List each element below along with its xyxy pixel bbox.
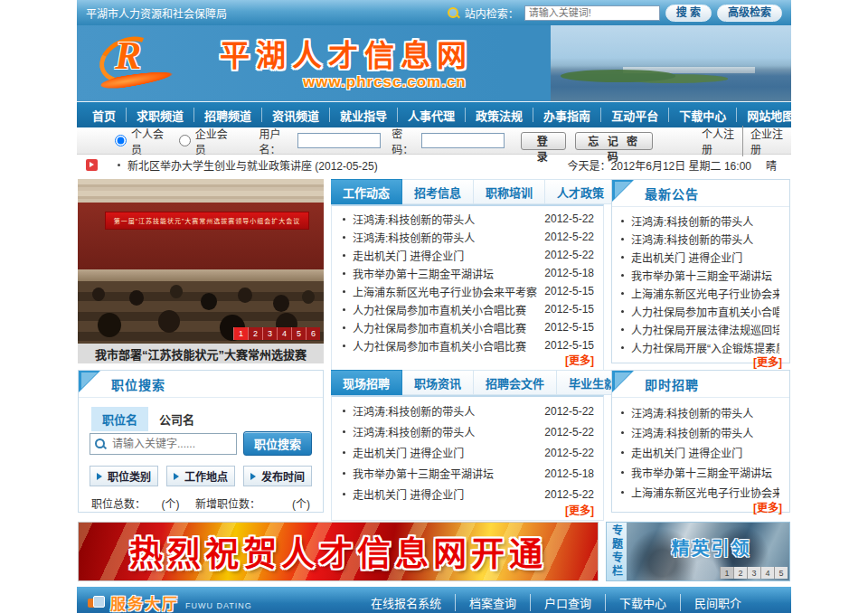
nav-link[interactable]: 招聘频道 (204, 107, 251, 124)
service-link[interactable]: 民间职介 (681, 594, 755, 611)
site-logo-icon[interactable]: R (99, 34, 212, 90)
photo-page-button[interactable]: 5 (291, 327, 306, 340)
nav-link[interactable]: 政策法规 (476, 107, 523, 124)
announcements-header: 最新公告 (612, 180, 789, 207)
news1-more-link[interactable]: [更多] (341, 354, 594, 368)
news1-tab[interactable]: 职称培训 (474, 179, 545, 204)
news-link[interactable]: 走出机关门 进得企业门 (353, 445, 464, 460)
username-field[interactable] (297, 133, 381, 148)
nav-link[interactable]: 办事指南 (543, 107, 590, 124)
instant-job-link[interactable]: 走出机关门 进得企业门 (631, 445, 742, 460)
photo-page-button[interactable]: 2 (248, 327, 262, 340)
news-link[interactable]: 上海浦东新区光电子行业协会来平考察 (353, 284, 537, 299)
topic-page-button[interactable]: 1 (720, 567, 733, 579)
announcement-item: 汪鸿涛:科技创新的带头人 (619, 212, 782, 230)
photo-caption[interactable]: 我市部署“江苏技能状元”大赛常州选拔赛 (78, 344, 324, 363)
ticker-arrow-icon[interactable] (86, 159, 98, 171)
announcement-link[interactable]: 人力社保局开展“入企锻炼提素质” (631, 340, 779, 355)
job-search-tab[interactable]: 公司名 (148, 407, 205, 431)
photo-page-button[interactable]: 1 (233, 327, 248, 340)
news1-tab[interactable]: 招考信息 (402, 179, 474, 204)
service-link[interactable]: 户口查询 (531, 594, 606, 611)
announcement-link[interactable]: 上海浦东新区光电子行业协会来平考 (631, 286, 779, 301)
news2-tab[interactable]: 职场资讯 (402, 370, 474, 395)
instant-job-link[interactable]: 我市举办第十三期金平湖讲坛 (631, 465, 772, 480)
nav-link[interactable]: 就业指导 (340, 107, 387, 124)
instant-job-link[interactable]: 上海浦东新区光电子行业协会来平考 (631, 485, 779, 500)
nav-link[interactable]: 资讯频道 (272, 107, 319, 124)
service-link[interactable]: 在线报名系统 (357, 594, 456, 611)
news-link[interactable]: 汪鸿涛:科技创新的带头人 (353, 212, 475, 227)
news1-tab[interactable]: 人才政策 (545, 179, 617, 204)
news-link[interactable]: 汪鸿涛:科技创新的带头人 (353, 424, 475, 439)
announcements-more-link[interactable]: [更多] (619, 356, 782, 370)
site-search-input[interactable] (524, 5, 660, 21)
topic-banner[interactable]: 专题专栏 精英引领 1 2 3 4 5 (606, 522, 790, 581)
nav-link[interactable]: 互动平台 (611, 107, 658, 124)
topic-banner-photo[interactable]: 精英引领 1 2 3 4 5 (627, 523, 789, 580)
celebration-banner[interactable]: 热烈祝贺人才信息网开通 (78, 522, 599, 581)
announcement-link[interactable]: 汪鸿涛:科技创新的带头人 (631, 213, 753, 229)
keyword-input[interactable] (90, 433, 237, 455)
conference-photo[interactable]: 第一届“江苏技能状元”大赛常州选拔赛领导小组会扩大会议 (78, 179, 324, 344)
company-register-link[interactable]: 企业注册 (743, 126, 791, 156)
news2-more-link[interactable]: [更多] (341, 505, 594, 518)
password-field[interactable] (421, 133, 505, 148)
news-link[interactable]: 人力社保局参加市直机关小合唱比赛 (353, 338, 526, 354)
news-link[interactable]: 人力社保局参加市直机关小合唱比赛 (353, 320, 526, 335)
photo-page-button[interactable]: 4 (277, 327, 291, 340)
nav-link[interactable]: 下载中心 (679, 107, 726, 124)
announcement-link[interactable]: 人力社保局开展法律法规巡回培训 (631, 322, 779, 337)
service-link[interactable]: 下载中心 (606, 594, 681, 611)
login-button[interactable]: 登 录 (521, 132, 566, 150)
instant-job-link[interactable]: 汪鸿涛:科技创新的带头人 (631, 425, 753, 440)
job-search-button[interactable]: 职位搜索 (243, 431, 312, 456)
topic-page-button[interactable]: 3 (747, 567, 760, 579)
photo-page-button[interactable]: 6 (306, 327, 320, 340)
instant-job-link[interactable]: 汪鸿涛:科技创新的带头人 (631, 405, 753, 420)
filter-button[interactable]: 职位类别 (90, 466, 158, 486)
nav-link[interactable]: 求职频道 (137, 107, 184, 124)
job-search-tab[interactable]: 职位名 (91, 407, 148, 431)
search-button[interactable]: 搜 索 (665, 5, 712, 22)
news-link[interactable]: 人力社保局参加市直机关小合唱比赛 (353, 302, 526, 317)
filter-button[interactable]: 工作地点 (166, 466, 235, 486)
nav-link[interactable]: 人事代理 (408, 107, 455, 124)
news1-tab[interactable]: 工作动态 (331, 179, 402, 204)
news-link[interactable]: 汪鸿涛:科技创新的带头人 (353, 403, 475, 419)
company-member-option[interactable]: 企业会员 (179, 126, 229, 156)
nav-link[interactable]: 网站地图 (747, 107, 794, 124)
photo-page-button[interactable]: 3 (262, 327, 277, 340)
advanced-search-button[interactable]: 高级检索 (717, 5, 782, 22)
news2-tab[interactable]: 招聘会文件 (474, 370, 557, 395)
announcement-link[interactable]: 人力社保局参加市直机关小合唱比赛 (631, 304, 779, 319)
ticker-headline-link[interactable]: 新北区举办大学生创业与就业政策讲座 (2012-05-25) (127, 157, 378, 173)
news-link[interactable]: 汪鸿涛:科技创新的带头人 (353, 230, 475, 245)
topic-page-button[interactable]: 4 (760, 567, 774, 579)
news-link[interactable]: 走出机关门 进得企业门 (353, 248, 464, 263)
news2-tab[interactable]: 现场招聘 (331, 370, 402, 395)
news-link[interactable]: 我市举办第十三期金平湖讲坛 (353, 266, 494, 281)
news-link[interactable]: 我市举办第十三期金平湖讲坛 (353, 466, 494, 481)
company-member-radio[interactable] (179, 135, 191, 146)
banner-trees (561, 70, 676, 82)
instant-jobs-body: 汪鸿涛:科技创新的带头人 汪鸿涛:科技创新的带头人 走出机关门 进得企业门 (612, 398, 789, 517)
personal-member-option[interactable]: 个人会员 (115, 126, 165, 156)
topic-page-button[interactable]: 5 (774, 567, 788, 579)
personal-member-radio[interactable] (115, 135, 127, 146)
nav-item: 网站地图 (737, 108, 804, 122)
announcement-link[interactable]: 我市举办第十三期金平湖讲坛 (631, 268, 772, 283)
news-link[interactable]: 走出机关门 进得企业门 (353, 486, 464, 502)
announcement-link[interactable]: 走出机关门 进得企业门 (631, 250, 742, 265)
topic-page-button[interactable]: 2 (733, 567, 747, 579)
personal-register-link[interactable]: 个人注册 (694, 126, 743, 156)
forgot-password-button[interactable]: 忘 记 密 码 (575, 132, 653, 150)
stat-label: 新增职位数： (195, 495, 260, 511)
instant-jobs-more-link[interactable]: [更多] (619, 502, 782, 515)
news2-tabs: 现场招聘 职场资讯 招聘会文件 毕业生就业服务 (331, 370, 604, 395)
photo-slideshow[interactable]: 第一届“江苏技能状元”大赛常州选拔赛领导小组会扩大会议 1 2 3 4 5 (78, 179, 324, 363)
filter-button[interactable]: 发布时间 (243, 466, 312, 486)
service-link[interactable]: 档案查询 (456, 594, 531, 611)
announcement-link[interactable]: 汪鸿涛:科技创新的带头人 (631, 231, 753, 247)
nav-link[interactable]: 首页 (92, 107, 116, 124)
